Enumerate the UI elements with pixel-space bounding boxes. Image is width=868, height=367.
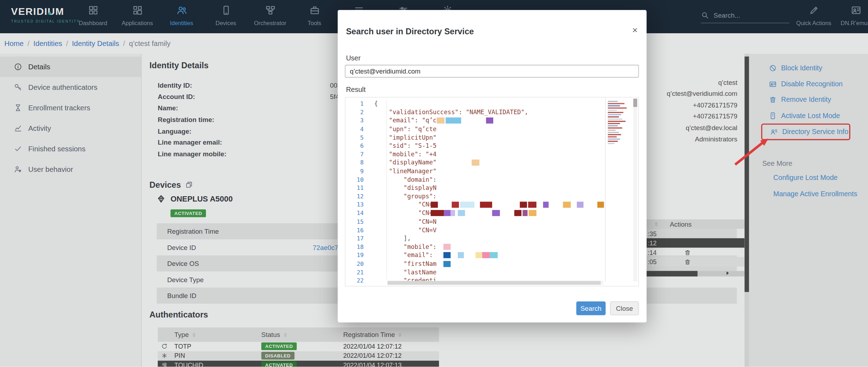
line-number: 1	[346, 100, 364, 108]
minimap-mark	[608, 118, 622, 120]
code-text: "displayN	[374, 184, 436, 192]
editor-hscrollbar[interactable]	[388, 281, 603, 285]
close-icon[interactable]: ×	[632, 25, 638, 35]
minimap-mark	[608, 139, 620, 140]
line-number: 4	[346, 125, 364, 133]
code-line-8: 8 "displayName"	[346, 159, 638, 167]
code-text: {	[374, 100, 378, 108]
code-text: "lineManager"	[374, 167, 436, 175]
line-number: 2	[346, 108, 364, 117]
code-line-9: 9 "lineManager"	[346, 167, 638, 175]
redaction-block	[597, 202, 604, 208]
redaction-block	[476, 252, 482, 258]
line-number: 17	[346, 234, 364, 243]
code-line-20: 20 "firstNam	[346, 260, 638, 268]
user-label: User	[346, 54, 360, 62]
code-text: "email": "q’c	[374, 117, 436, 125]
minimap-mark	[608, 134, 621, 135]
redaction-block	[452, 202, 459, 208]
line-number: 3	[346, 117, 364, 125]
minimap-mark	[608, 143, 615, 144]
redaction-block	[460, 202, 474, 208]
code-text: "CN=N	[374, 217, 436, 226]
code-line-2: 2 "validationSuccess": "NAME_VALIDATED",	[346, 108, 638, 117]
redaction-block	[514, 210, 521, 216]
minimap-mark	[608, 103, 625, 104]
line-number: 7	[346, 150, 364, 159]
line-number: 21	[346, 268, 364, 276]
result-editor[interactable]: 1{2 "validationSuccess": "NAME_VALIDATED…	[345, 97, 639, 286]
code-text: "mobile": "+4	[374, 150, 436, 159]
redaction-block	[445, 118, 461, 124]
user-input[interactable]	[345, 65, 639, 77]
line-number: 18	[346, 243, 364, 251]
minimap-mark	[608, 101, 618, 102]
minimap-mark	[608, 132, 619, 133]
code-line-5: 5 "implicitUpn"	[346, 133, 638, 142]
redaction-block	[458, 252, 464, 258]
code-line-3: 3 "email": "q’c	[346, 117, 638, 125]
redaction-block	[437, 118, 444, 124]
minimap-mark	[608, 127, 622, 128]
code-text: "implicitUpn"	[374, 133, 436, 142]
line-number: 5	[346, 133, 364, 142]
line-number: 20	[346, 260, 364, 268]
code-line-10: 10 "domain":	[346, 175, 638, 184]
code-line-18: 18 "mobile":	[346, 243, 638, 251]
redaction-block	[529, 210, 536, 216]
redaction-block	[482, 252, 490, 258]
code-text: "email":	[374, 251, 433, 260]
line-number: 6	[346, 142, 364, 150]
minimap-mark	[608, 136, 617, 137]
redaction-block	[522, 210, 527, 216]
screen: VERIDIUM TRUSTED DIGITAL IDENTITY Dashbo…	[0, 0, 868, 367]
code-line-4: 4 "upn": "q’cte	[346, 125, 638, 133]
redaction-block	[443, 244, 450, 250]
redaction-block	[431, 202, 438, 208]
line-number: 15	[346, 217, 364, 226]
search-button[interactable]: Search	[576, 301, 606, 315]
editor-vscrollbar-thumb[interactable]	[633, 99, 637, 107]
minimap-mark	[608, 125, 618, 126]
close-button[interactable]: Close	[610, 301, 639, 315]
code-line-19: 19 "email":	[346, 251, 638, 260]
redaction-block	[472, 160, 479, 166]
redaction-block	[451, 210, 455, 216]
redaction-block	[543, 202, 549, 208]
minimap-mark	[608, 114, 621, 115]
redaction-block	[443, 261, 450, 267]
minimap-mark	[608, 110, 617, 111]
editor-vscrollbar[interactable]	[633, 99, 637, 281]
code-text: "upn": "q’cte	[374, 125, 436, 133]
annotation-arrow	[730, 135, 774, 169]
code-text: "firstNam	[374, 260, 436, 268]
code-text: ],	[374, 234, 411, 243]
redaction-block	[492, 210, 500, 216]
redaction-block	[443, 252, 450, 258]
code-line-13: 13 "CN=V	[346, 201, 638, 209]
code-text: "CN=	[374, 209, 433, 217]
redaction-block	[431, 210, 444, 216]
line-number: 12	[346, 192, 364, 201]
code-text: "domain":	[374, 175, 436, 184]
code-text: "groups":	[374, 192, 436, 201]
code-text: "CN=V	[374, 226, 436, 234]
minimap-mark	[608, 130, 616, 131]
code-line-1: 1{	[346, 100, 638, 108]
code-text: "displayName"	[374, 159, 436, 167]
redaction-block	[490, 252, 498, 258]
minimap-mark	[608, 105, 620, 106]
minimap-separator	[605, 98, 606, 281]
redaction-block	[577, 202, 584, 208]
editor-hscrollbar-thumb[interactable]	[388, 281, 601, 285]
modal-title: Search user in Directory Service	[346, 27, 474, 36]
directory-search-modal: Search user in Directory Service × User …	[338, 10, 646, 322]
code-line-21: 21 "lastName	[346, 268, 638, 276]
code-line-16: 16 "CN=V	[346, 226, 638, 234]
line-number: 14	[346, 209, 364, 217]
code-line-12: 12 "groups":	[346, 192, 638, 201]
code-text: "validationSuccess": "NAME_VALIDATED",	[374, 108, 528, 117]
redaction-block	[458, 210, 465, 216]
code-lines: 1{2 "validationSuccess": "NAME_VALIDATED…	[346, 100, 638, 285]
line-number: 22	[346, 276, 364, 285]
